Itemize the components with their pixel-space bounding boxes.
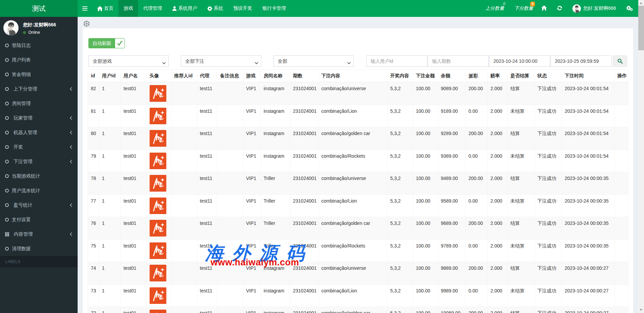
cell-room: instagram — [261, 262, 290, 285]
sidebar-item-开奖[interactable]: 开奖 — [0, 140, 78, 154]
sidebar-link[interactable]: 资金明细 — [0, 67, 78, 82]
online-label: Online — [28, 30, 40, 35]
cell-user_id: 1 — [99, 217, 121, 240]
period-input[interactable] — [428, 55, 489, 67]
avatar-meitu-icon — [150, 85, 166, 102]
navbar-item-score-up[interactable]: 上分数量 0 — [478, 0, 507, 17]
navbar-link[interactable]: 系统 — [202, 0, 228, 17]
sidebar-link[interactable]: 房间管理 — [0, 96, 78, 111]
auto-refresh-button[interactable]: 自动刷新 — [88, 38, 125, 48]
navbar-item-首页[interactable]: 首页 — [92, 0, 118, 17]
game-select[interactable]: 全部游戏 — [88, 55, 169, 67]
cell-bet_time: 2023-10-24 00:00:35 — [562, 239, 615, 262]
cell-payout: 200.00 — [466, 262, 488, 285]
cell-remark — [217, 82, 243, 105]
sidebar-item-机器人管理[interactable]: 机器人管理 — [0, 125, 78, 140]
sidebar-link[interactable]: 机器人管理 — [0, 125, 78, 140]
start-time-input[interactable] — [489, 55, 550, 67]
scrollbar-thumb[interactable] — [638, 6, 644, 50]
navbar-item-refresh[interactable] — [552, 0, 567, 17]
vertical-scrollbar[interactable] — [638, 0, 644, 313]
sidebar-item-下注管理[interactable]: 下注管理 — [0, 154, 78, 169]
search-button[interactable] — [613, 55, 627, 67]
cell-draw_result: 5,3,2 — [387, 284, 413, 307]
sidebar-item-清理数据[interactable]: 清理数据 — [0, 241, 78, 256]
cell-status: 下注成功 — [535, 150, 562, 172]
navbar-link[interactable]: 首页 — [92, 0, 118, 17]
bets-table: id用户id用户名头像推荐人id代理备注信息游戏房间名称期数下注内容开奖内容下注… — [88, 69, 628, 313]
column-header: 期数 — [290, 70, 319, 82]
sidebar-link[interactable]: 清理数据 — [0, 241, 78, 256]
end-time-input[interactable] — [551, 55, 612, 67]
navbar-item-游戏[interactable]: 游戏 — [118, 0, 138, 17]
scrollbar-down-arrow-icon[interactable] — [640, 309, 642, 311]
sidebar: 您好:发财啊666 Online 登陆日志用户列表资金明细上下分管理 房间管理玩… — [0, 17, 78, 313]
sidebar-item-上下分管理[interactable]: 上下分管理 — [0, 82, 78, 96]
sidebar-item-label: 房间管理 — [12, 100, 31, 107]
sidebar-link[interactable]: 当期游戏统计 — [0, 169, 78, 183]
sidebar-toggle-button[interactable] — [78, 0, 92, 17]
cell-status: 下注成功 — [535, 284, 562, 307]
navbar-item-银行卡管理[interactable]: 银行卡管理 — [257, 0, 291, 17]
sidebar-item-房间管理[interactable]: 房间管理 — [0, 96, 78, 111]
navbar-item-score-down[interactable]: 下分数量 0 — [507, 0, 536, 17]
sidebar-item-资金明细[interactable]: 资金明细 — [0, 67, 78, 82]
sidebar-link[interactable]: 支付设置 — [0, 212, 78, 227]
sidebar-item-用户列表[interactable]: 用户列表 — [0, 53, 78, 67]
cell-draw_result: 5,3,2 — [387, 217, 413, 240]
navbar-link[interactable]: 预设开奖 — [228, 0, 257, 17]
cell-agent: test11 — [197, 262, 217, 285]
navbar-item-settings[interactable] — [621, 0, 638, 17]
navbar-link[interactable]: 代理管理 — [138, 0, 167, 17]
navbar-link[interactable]: 游戏 — [118, 0, 138, 17]
cell-period: 231024001 — [290, 172, 319, 195]
sidebar-item-label: 登陆日志 — [12, 42, 31, 49]
cell-period: 231024001 — [290, 82, 319, 105]
avatar-meitu-icon — [150, 130, 166, 147]
sidebar-item-登陆日志[interactable]: 登陆日志 — [0, 38, 78, 53]
bet-type-select[interactable]: 全部下注 — [181, 55, 261, 67]
cell-referrer_id — [171, 150, 197, 172]
cell-bet_time: 2023-10-24 00:00:35 — [562, 172, 615, 195]
sidebar-link[interactable]: 用户列表 — [0, 53, 78, 67]
cell-action — [615, 307, 628, 313]
sidebar-link[interactable]: 玩家管理 — [0, 111, 78, 125]
cell-period: 231024001 — [290, 217, 319, 240]
navbar-item-代理管理[interactable]: 代理管理 — [138, 0, 167, 17]
brand-logo[interactable]: 测试 — [0, 0, 78, 17]
cell-avatar — [147, 217, 171, 240]
cell-status: 下注成功 — [535, 239, 562, 262]
sidebar-item-支付设置[interactable]: 支付设置 — [0, 212, 78, 227]
navbar-item-user[interactable]: 您好:发财啊666 — [567, 0, 621, 17]
sidebar-item-内容管理[interactable]: 内容管理 — [0, 227, 78, 241]
cell-status: 下注成功 — [535, 262, 562, 285]
cell-user_id: 1 — [99, 127, 121, 150]
cell-bet_amount: 100.00 — [413, 127, 438, 150]
navbar-item-系统用户[interactable]: 系统用户 — [167, 0, 202, 17]
cell-user_id: 1 — [99, 194, 121, 217]
sidebar-link[interactable]: 盈亏统计 — [0, 198, 78, 212]
sidebar-link[interactable]: 上下分管理 — [0, 82, 78, 96]
navbar-item-预设开奖[interactable]: 预设开奖 — [228, 0, 257, 17]
cell-action — [615, 194, 628, 217]
column-header: 下注时间 — [562, 70, 615, 82]
sidebar-link[interactable]: 用户流水统计 — [0, 183, 78, 198]
sidebar-item-当期游戏统计[interactable]: 当期游戏统计 — [0, 169, 78, 183]
navbar-link[interactable]: 银行卡管理 — [257, 0, 291, 17]
sidebar-link[interactable]: 下注管理 — [0, 154, 78, 169]
sidebar-item-盈亏统计[interactable]: 盈亏统计 — [0, 198, 78, 212]
sidebar-link[interactable]: 登陆日志 — [0, 38, 78, 53]
navbar-link[interactable]: 系统用户 — [167, 0, 202, 17]
navbar-item-系统[interactable]: 系统 — [202, 0, 228, 17]
auto-refresh-checkbox[interactable] — [115, 38, 125, 48]
settle-select[interactable]: 全部 — [273, 55, 354, 67]
user-id-input[interactable] — [366, 55, 427, 67]
navbar-item-home[interactable] — [536, 0, 552, 17]
sidebar-item-玩家管理[interactable]: 玩家管理 — [0, 111, 78, 125]
cell-action — [615, 262, 628, 285]
scrollbar-up-arrow-icon[interactable] — [640, 2, 642, 4]
sidebar-link[interactable]: 内容管理 — [0, 227, 78, 241]
sidebar-item-用户流水统计[interactable]: 用户流水统计 — [0, 183, 78, 198]
sidebar-link[interactable]: 开奖 — [0, 140, 78, 154]
main-content: 自动刷新 全部游戏 — [78, 17, 638, 313]
